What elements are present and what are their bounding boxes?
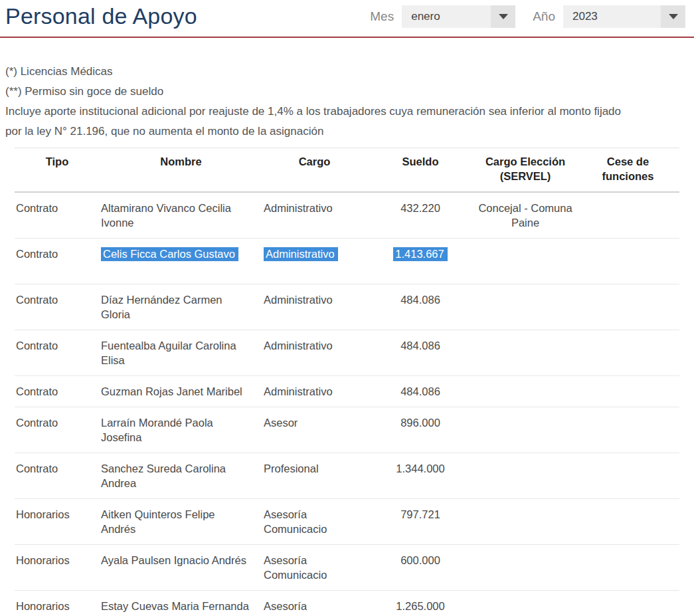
cell-cese xyxy=(576,284,679,330)
cell-tipo: Contrato xyxy=(15,284,100,330)
selected-text: 1.413.667 xyxy=(393,247,447,261)
cell-nombre: Ayala Paulsen Ignacio Andrés xyxy=(100,545,262,591)
cell-cargo: Asesoría Comunicacio xyxy=(262,591,367,616)
mes-filter-group: Mes enero xyxy=(370,5,515,28)
cell-tipo: Contrato xyxy=(15,192,100,239)
selected-text: Administrativo xyxy=(264,247,338,261)
chevron-down-icon xyxy=(499,14,508,19)
cell-eleccion xyxy=(474,591,576,616)
cell-sueldo: 484.086 xyxy=(367,376,474,407)
cell-eleccion: Concejal - Comuna Paine xyxy=(474,192,576,239)
table-row: HonorariosAitken Quinteros Felipe Andrés… xyxy=(15,499,679,545)
table-row: HonorariosAyala Paulsen Ignacio AndrésAs… xyxy=(15,545,679,591)
cell-sueldo: 1.413.667 xyxy=(367,239,474,284)
cell-nombre: Guzman Rojas Janet Maribel xyxy=(100,376,262,407)
cell-cargo: Administrativo xyxy=(262,376,367,407)
cell-sueldo: 1.344.000 xyxy=(367,453,474,499)
cell-nombre: Fuentealba Aguilar Carolina Elisa xyxy=(100,330,262,376)
cell-sueldo: 797.721 xyxy=(367,499,474,545)
cell-cese xyxy=(576,330,679,376)
cell-tipo: Honorarios xyxy=(15,545,100,591)
cell-cese xyxy=(576,192,679,239)
cell-cese xyxy=(576,376,679,407)
column-header: Nombre xyxy=(100,148,262,193)
cell-nombre: Aitken Quinteros Felipe Andrés xyxy=(100,499,262,545)
table-header: TipoNombreCargoSueldoCargo Elección (SER… xyxy=(15,148,679,193)
cell-sueldo: 432.220 xyxy=(367,192,474,239)
cell-tipo: Contrato xyxy=(15,376,100,407)
mes-label: Mes xyxy=(370,9,394,24)
cell-sueldo: 484.086 xyxy=(367,330,474,376)
cell-cargo: Administrativo xyxy=(262,192,367,239)
personal-table: TipoNombreCargoSueldoCargo Elección (SER… xyxy=(15,148,679,616)
cell-cargo: Asesoría Comunicacio xyxy=(262,499,367,545)
cell-eleccion xyxy=(474,239,576,284)
mes-select-value: enero xyxy=(402,5,491,28)
cell-cese xyxy=(576,499,679,545)
cell-nombre: Larraín Morandé Paola Josefina xyxy=(100,407,262,453)
column-header: Sueldo xyxy=(367,148,474,193)
table-row: ContratoGuzman Rojas Janet MaribelAdmini… xyxy=(15,376,679,407)
table-row: ContratoLarraín Morandé Paola JosefinaAs… xyxy=(15,407,679,453)
cell-cese xyxy=(576,545,679,591)
table-row: ContratoCelis Ficca Carlos GustavoAdmini… xyxy=(15,239,679,284)
page-title: Personal de Apoyo xyxy=(5,5,197,27)
cell-sueldo: 600.000 xyxy=(367,545,474,591)
chevron-down-icon[interactable] xyxy=(661,5,685,28)
cell-cargo: Administrativo xyxy=(262,239,367,284)
table-row: ContratoFuentealba Aguilar Carolina Elis… xyxy=(15,330,679,376)
cell-nombre: Altamirano Vivanco Cecilia Ivonne xyxy=(100,192,262,239)
chevron-down-icon[interactable] xyxy=(491,5,515,28)
column-header: Cargo Elección (SERVEL) xyxy=(474,148,576,193)
cell-nombre: Díaz Hernández Carmen Gloria xyxy=(100,284,262,330)
cell-cese xyxy=(576,591,679,616)
note-licencias: (*) Licencias Médicas xyxy=(5,62,689,82)
filter-controls: Mes enero Año 2023 xyxy=(370,5,685,28)
cell-tipo: Contrato xyxy=(15,407,100,453)
table-row: HonorariosEstay Cuevas Maria FernandaAse… xyxy=(15,591,679,616)
cell-eleccion xyxy=(474,545,576,591)
ano-select-value: 2023 xyxy=(563,5,661,28)
chevron-down-icon xyxy=(669,14,678,19)
cell-tipo: Honorarios xyxy=(15,591,100,616)
page: Personal de Apoyo Mes enero Año 2023 (*)… xyxy=(0,0,694,616)
note-aporte: Incluye aporte institucional adicional p… xyxy=(5,102,689,142)
table-header-row: TipoNombreCargoSueldoCargo Elección (SER… xyxy=(15,148,679,193)
column-header: Cargo xyxy=(262,148,367,193)
note-permiso: (**) Permiso sin goce de sueldo xyxy=(5,82,689,102)
cell-cargo: Profesional xyxy=(262,453,367,499)
notes-section: (*) Licencias Médicas (**) Permiso sin g… xyxy=(0,38,694,142)
column-header: Cese de funciones xyxy=(576,148,679,193)
column-header: Tipo xyxy=(15,148,100,193)
cell-cese xyxy=(576,407,679,453)
cell-eleccion xyxy=(474,453,576,499)
cell-eleccion xyxy=(474,376,576,407)
cell-nombre: Estay Cuevas Maria Fernanda xyxy=(100,591,262,616)
table-body: ContratoAltamirano Vivanco Cecilia Ivonn… xyxy=(15,192,679,616)
cell-cargo: Asesoría Comunicacio xyxy=(262,545,367,591)
cell-eleccion xyxy=(474,330,576,376)
cell-eleccion xyxy=(474,407,576,453)
cell-cargo: Asesor xyxy=(262,407,367,453)
header-bar: Personal de Apoyo Mes enero Año 2023 xyxy=(0,0,694,38)
cell-sueldo: 1.265.000 xyxy=(367,591,474,616)
cell-cargo: Administrativo xyxy=(262,330,367,376)
cell-nombre: Celis Ficca Carlos Gustavo xyxy=(100,239,262,284)
selected-text: Celis Ficca Carlos Gustavo xyxy=(101,247,238,261)
cell-tipo: Contrato xyxy=(15,330,100,376)
table-row: ContratoDíaz Hernández Carmen GloriaAdmi… xyxy=(15,284,679,330)
ano-select[interactable]: 2023 xyxy=(563,5,685,28)
cell-cese xyxy=(576,453,679,499)
cell-eleccion xyxy=(474,284,576,330)
cell-tipo: Honorarios xyxy=(15,499,100,545)
cell-nombre: Sanchez Sureda Carolina Andrea xyxy=(100,453,262,499)
cell-cargo: Administrativo xyxy=(262,284,367,330)
cell-sueldo: 484.086 xyxy=(367,284,474,330)
mes-select[interactable]: enero xyxy=(402,5,515,28)
cell-cese xyxy=(576,239,679,284)
ano-label: Año xyxy=(533,9,555,24)
cell-eleccion xyxy=(474,499,576,545)
table-row: ContratoAltamirano Vivanco Cecilia Ivonn… xyxy=(15,192,679,239)
ano-filter-group: Año 2023 xyxy=(533,5,685,28)
cell-tipo: Contrato xyxy=(15,239,100,284)
